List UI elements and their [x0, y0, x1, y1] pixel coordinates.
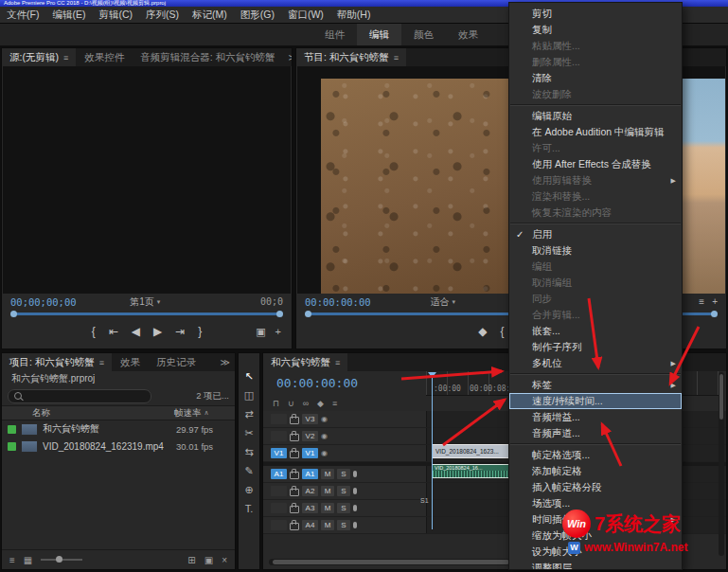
menu-item[interactable]: 在 Adobe Audition 中编辑剪辑	[509, 124, 682, 140]
panel-tab[interactable]: 节目: 和六貟钓螃蟹≡	[296, 48, 406, 66]
mark-in-icon[interactable]: {	[501, 325, 505, 338]
export-frame-icon[interactable]: ▣	[256, 326, 265, 338]
menu-item[interactable]: 使用剪辑替换▶	[509, 172, 682, 188]
button-editor-icon[interactable]: +	[275, 326, 281, 338]
program-fit-select[interactable]: 适合 ▾	[431, 295, 456, 309]
lock-icon[interactable]	[290, 506, 299, 513]
pen-tool[interactable]: ✎	[239, 461, 259, 480]
menubar-item[interactable]: 编辑(E)	[45, 7, 92, 23]
source-zoom-scrollbar[interactable]	[12, 313, 281, 315]
menu-item[interactable]: 同步	[509, 291, 682, 307]
source-patch[interactable]	[271, 431, 287, 441]
mute-button[interactable]: M	[321, 469, 334, 479]
solo-button[interactable]: S	[337, 486, 350, 496]
project-row[interactable]: VID_20180824_162319.mp430.01 fps	[2, 438, 235, 455]
timeline-settings-icon[interactable]: ≡	[332, 399, 337, 408]
settings-wrench-icon[interactable]: ≡	[699, 296, 704, 307]
linked-selection-icon[interactable]: ∞	[303, 399, 309, 408]
workspace-tab[interactable]: 编辑	[357, 24, 401, 45]
solo-button[interactable]: S	[337, 503, 350, 513]
solo-button[interactable]: S	[337, 520, 350, 530]
icon-view-icon[interactable]: ▦	[24, 555, 32, 565]
new-item-icon[interactable]: ▣	[204, 555, 213, 565]
panel-tab[interactable]: 和六貟钓螃蟹≡	[263, 353, 347, 371]
menubar-item[interactable]: 序列(S)	[139, 7, 186, 23]
source-patch[interactable]	[271, 414, 287, 424]
track-name[interactable]: V3	[302, 414, 318, 424]
delete-icon[interactable]: ×	[222, 555, 227, 565]
source-patch[interactable]: V1	[271, 448, 287, 458]
lock-icon[interactable]	[290, 523, 299, 530]
column-framerate[interactable]: 帧速率 ∧	[174, 407, 229, 420]
project-column-headers[interactable]: 名称 帧速率 ∧	[2, 405, 235, 420]
scrollbar-handle-right[interactable]	[711, 311, 718, 317]
mark-in-icon[interactable]: {	[92, 325, 96, 338]
menu-item[interactable]: 编组	[509, 259, 682, 275]
source-zoom-select[interactable]: 第1页 ▾	[130, 295, 160, 309]
menu-item[interactable]: 使用 After Effects 合成替换	[509, 156, 682, 172]
menu-item[interactable]: 剪切	[509, 6, 682, 22]
menu-item[interactable]: 许可...	[509, 140, 682, 156]
mute-button[interactable]: M	[321, 503, 334, 513]
menu-item[interactable]: 恢复未渲染的内容	[509, 205, 682, 221]
scrollbar-handle-left[interactable]	[305, 311, 311, 317]
workspace-tab[interactable]: 颜色	[401, 24, 446, 45]
track-output-icon[interactable]: ◉	[321, 415, 328, 423]
solo-button[interactable]: S	[337, 469, 350, 479]
column-name[interactable]: 名称	[32, 407, 50, 420]
menubar-item[interactable]: 标记(M)	[186, 7, 234, 23]
lock-icon[interactable]	[290, 451, 299, 458]
track-name[interactable]: V1	[302, 448, 318, 458]
track-output-icon[interactable]: ◉	[321, 432, 328, 440]
panel-menu-icon[interactable]: ≡	[394, 53, 399, 63]
add-marker-icon[interactable]: ◆	[317, 399, 324, 408]
razor-tool[interactable]: ✂	[239, 423, 259, 442]
menu-item[interactable]: 速度/持续时间...	[509, 393, 682, 409]
menubar-item[interactable]: 剪辑(C)	[92, 7, 139, 23]
track-select-tool[interactable]: ◫	[239, 385, 259, 404]
insert-overwrite-icon[interactable]: ⊓	[273, 399, 279, 408]
panel-tab[interactable]: 历史记录	[149, 353, 204, 371]
panel-tab[interactable]: 音频剪辑混合器: 和六貟钓螃蟹	[133, 48, 282, 66]
video-clip[interactable]: VID_20180824_1623...	[432, 444, 510, 458]
menubar-item[interactable]: 帮助(H)	[330, 7, 378, 23]
scrollbar-handle-left[interactable]	[10, 311, 17, 317]
hand-tool[interactable]: ⊕	[239, 480, 259, 499]
menu-item[interactable]: 帧定格选项...	[509, 447, 682, 463]
menu-item[interactable]: 调整图层	[509, 560, 682, 570]
selection-tool[interactable]: ↖	[239, 366, 259, 385]
lock-icon[interactable]	[290, 417, 299, 424]
menu-item[interactable]: 标签▶	[509, 377, 682, 393]
track-name[interactable]: A2	[302, 486, 318, 496]
mute-button[interactable]: M	[321, 520, 334, 530]
search-input[interactable]	[8, 389, 151, 403]
menubar-item[interactable]: 文件(F)	[0, 7, 45, 23]
menu-item[interactable]: 清除	[509, 70, 682, 86]
zoom-slider[interactable]	[41, 559, 82, 561]
prev-frame-icon[interactable]: ◀	[132, 325, 140, 338]
playhead-line[interactable]	[432, 372, 433, 529]
menu-item[interactable]: 音频增益...	[509, 409, 682, 425]
add-button-icon[interactable]: +	[712, 296, 718, 307]
panel-menu-icon[interactable]: ≡	[99, 358, 104, 367]
menu-item[interactable]: 嵌套...	[509, 323, 682, 339]
menu-item[interactable]: 制作子序列	[509, 339, 682, 355]
menu-item[interactable]: ✓启用	[509, 226, 682, 242]
panel-overflow-icon[interactable]: ≫	[216, 353, 235, 371]
track-name[interactable]: A3	[302, 503, 318, 513]
menu-item[interactable]: 音频声道...	[509, 425, 682, 441]
audio-clip[interactable]: VID_20180824_16...	[432, 464, 510, 478]
menu-item[interactable]: 编辑原始	[509, 108, 682, 124]
menu-item[interactable]: 取消链接	[509, 242, 682, 259]
menu-item[interactable]: 复制	[509, 22, 682, 38]
menu-item[interactable]: 粘贴属性...	[509, 38, 682, 54]
menu-item[interactable]: 合并剪辑...	[509, 307, 682, 323]
lock-icon[interactable]	[290, 489, 299, 496]
panel-tab[interactable]: 效果控件	[77, 48, 132, 66]
panel-tab[interactable]: 项目: 和六貟钓螃蟹≡	[2, 353, 112, 371]
mute-button[interactable]: M	[321, 486, 334, 496]
panel-menu-icon[interactable]: ≡	[63, 53, 68, 63]
source-patch[interactable]	[271, 486, 287, 496]
menubar-item[interactable]: 窗口(W)	[281, 7, 330, 23]
track-name[interactable]: V2	[302, 431, 318, 441]
